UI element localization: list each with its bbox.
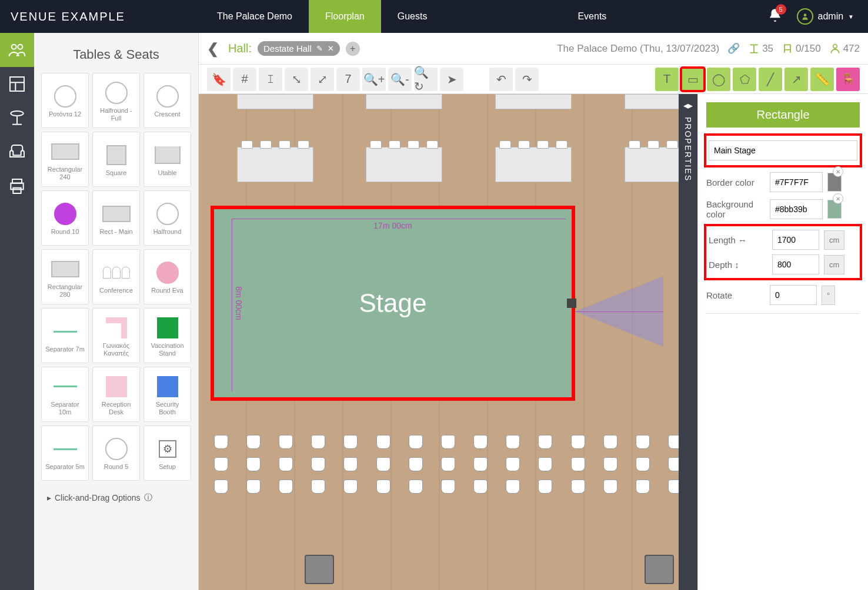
tool-zoom-in[interactable]: 🔍+ — [362, 68, 386, 91]
shape-polygon[interactable]: ⬠ — [733, 68, 756, 91]
shape-circle[interactable]: ◯ — [707, 68, 730, 91]
rail-tables[interactable] — [0, 101, 34, 135]
stat-seats: 0/150 — [782, 43, 821, 55]
click-drag-options[interactable]: ▸ Click-and-Drag Options ⓘ — [41, 487, 191, 509]
add-hall-button[interactable]: + — [346, 42, 360, 56]
collapse-panel-button[interactable]: ❮ — [207, 41, 219, 57]
logo: VENUE EXAMPLE — [0, 10, 136, 24]
shape-rectangle[interactable]: ▭ — [681, 68, 705, 91]
prop-border-row: Border color ✕ — [706, 172, 860, 192]
shape-name-input[interactable] — [709, 140, 857, 160]
stage-shape[interactable]: 17m 00cm 8m 00cm Stage — [211, 206, 575, 401]
edit-hall-icon[interactable]: ✎ — [316, 44, 323, 53]
table-card[interactable]: Γωνιακός Καναπές — [92, 308, 140, 363]
tool-number[interactable]: 7 — [336, 68, 360, 91]
table-card[interactable]: Crescent — [143, 73, 191, 128]
projector-line — [575, 311, 663, 312]
text-icon: T — [663, 72, 670, 86]
table-card[interactable]: Square — [92, 132, 140, 187]
zoom-out-icon: 🔍- — [390, 72, 409, 86]
nav-items: The Palace Demo Floorplan Guests Events — [201, 0, 623, 33]
tool-undo[interactable]: ↶ — [489, 68, 513, 91]
nav-events[interactable]: Events — [561, 0, 623, 33]
table-card[interactable]: Round 10 — [41, 190, 89, 246]
shape-ruler[interactable]: 📏 — [810, 68, 834, 91]
length-label: Length ↔ — [709, 235, 767, 245]
svg-rect-3 — [10, 77, 24, 91]
grid-icon: # — [241, 72, 248, 86]
user-icon — [797, 8, 813, 25]
user-menu[interactable]: admin ▼ — [797, 8, 854, 25]
desk[interactable] — [495, 94, 572, 109]
table-card[interactable]: Halfround — [143, 190, 191, 246]
tool-text-cursor[interactable]: 𝙸 — [259, 68, 282, 91]
depth-input[interactable] — [772, 254, 819, 274]
rotate-input[interactable] — [770, 285, 817, 305]
table-card[interactable]: Round Eva — [143, 249, 191, 304]
nav-floorplan[interactable]: Floorplan — [309, 0, 381, 33]
stat-tables: 35 — [748, 43, 773, 55]
table-card[interactable]: Halfround - Full — [92, 73, 140, 128]
tool-measure[interactable]: ⤢ — [311, 68, 334, 91]
bg-color-input[interactable] — [770, 199, 823, 219]
rotate-unit: ° — [822, 286, 835, 305]
rail-layout[interactable] — [0, 67, 34, 101]
table-card[interactable]: Round 5 — [92, 425, 140, 481]
table-card[interactable]: Rect - Main — [92, 190, 140, 246]
table-card[interactable]: Vaccination Stand — [143, 308, 191, 363]
properties-rail[interactable]: ◂▸ PROPERTIES — [679, 94, 697, 590]
table-card[interactable]: Conference — [92, 249, 140, 304]
border-color-input[interactable] — [770, 172, 823, 192]
prop-bg-row: Background color ✕ — [706, 199, 860, 219]
shape-text[interactable]: T — [655, 68, 679, 91]
desk[interactable] — [237, 94, 313, 109]
table-card[interactable]: Ροτόντα 12 — [41, 73, 89, 128]
rail-furniture[interactable] — [0, 135, 34, 169]
shape-seat[interactable]: 🪑 — [836, 68, 860, 91]
table-card[interactable]: Setup — [143, 425, 191, 481]
speaker[interactable] — [305, 555, 334, 584]
ruler-diag-icon: ⤢ — [318, 72, 328, 86]
chair-icon — [782, 43, 793, 55]
table-card[interactable]: Rectangular 280 — [41, 249, 89, 304]
redo-icon: ↷ — [522, 72, 532, 86]
tool-zoom-fit[interactable]: 🔍↻ — [414, 68, 438, 91]
rail-print[interactable] — [0, 169, 34, 203]
tool-send[interactable]: ➤ — [440, 68, 463, 91]
rail-guests[interactable] — [0, 33, 34, 67]
depth-label: Depth ↕ — [709, 260, 767, 270]
table-card[interactable]: Rectangular 240 — [41, 132, 89, 187]
notifications-button[interactable]: 5 — [767, 8, 783, 25]
length-arrow-icon: ↔ — [738, 235, 747, 245]
svg-rect-15 — [784, 45, 790, 49]
table-card[interactable]: Separator 5m — [41, 425, 89, 481]
table-card[interactable]: Utable — [143, 132, 191, 187]
tool-grid[interactable]: # — [233, 68, 256, 91]
link-icon[interactable]: 🔗 — [727, 42, 740, 55]
tool-zoom-out[interactable]: 🔍- — [388, 68, 412, 91]
table-card[interactable]: Separator 7m — [41, 308, 89, 363]
armchair-icon — [8, 143, 26, 162]
speaker[interactable] — [645, 555, 674, 584]
nav-demo[interactable]: The Palace Demo — [201, 0, 309, 33]
desk[interactable] — [237, 147, 313, 182]
tool-collapse[interactable]: ⤡ — [285, 68, 308, 91]
circle-icon: ◯ — [712, 72, 725, 86]
desk[interactable] — [366, 147, 442, 182]
clear-bg-button[interactable]: ✕ — [833, 193, 843, 204]
tool-redo[interactable]: ↷ — [515, 68, 539, 91]
table-card[interactable]: Reception Desk — [92, 367, 140, 422]
desk[interactable] — [366, 94, 442, 109]
table-card[interactable]: Security Booth — [143, 367, 191, 422]
clear-border-button[interactable]: ✕ — [833, 166, 843, 177]
remove-hall-icon[interactable]: ✕ — [328, 44, 334, 53]
topbar: VENUE EXAMPLE The Palace Demo Floorplan … — [0, 0, 868, 33]
shape-arrow[interactable]: ↗ — [784, 68, 808, 91]
table-card[interactable]: Separator 10m — [41, 367, 89, 422]
desk[interactable] — [495, 147, 572, 182]
length-input[interactable] — [772, 230, 819, 250]
shape-line[interactable]: ╱ — [759, 68, 782, 91]
tool-bookmark[interactable]: 🔖 — [207, 68, 231, 91]
table-icon — [8, 109, 26, 128]
nav-guests[interactable]: Guests — [381, 0, 444, 33]
